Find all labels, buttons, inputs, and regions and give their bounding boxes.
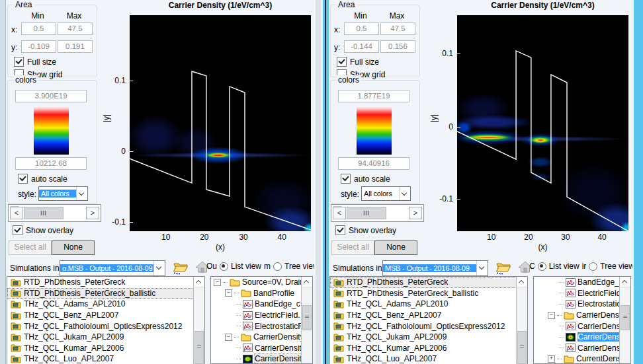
list-item[interactable]: THz_QCL_Luo_APL2007: [7, 353, 204, 364]
chevron-down-icon[interactable]: [153, 261, 165, 275]
tree-expander[interactable]: +: [548, 355, 555, 363]
tree-item[interactable]: −Source=0V, Drain=0.: [211, 277, 312, 288]
color-max-field[interactable]: 1.877E19: [338, 90, 409, 102]
y-min-field[interactable]: -0.144: [344, 40, 379, 53]
list-item[interactable]: THz_QCL_Benz_APL2007: [7, 310, 204, 321]
plot-hscrollbar[interactable]: < ||| >: [8, 204, 101, 222]
chevron-down-icon[interactable]: [476, 261, 488, 275]
auto-scale-checkbox[interactable]: [18, 174, 28, 184]
hscrollbar-thumb[interactable]: |||: [24, 207, 64, 219]
list-item[interactable]: THz_QCL_Adams_APL2010: [330, 299, 527, 310]
tree-expander[interactable]: −: [225, 289, 232, 297]
list-item[interactable]: RTD_PhDthesis_PeterGreck_ballistic: [330, 288, 527, 299]
hscrollbar-thumb[interactable]: |||: [347, 207, 386, 219]
tree-item[interactable]: BandEdge_: [534, 277, 630, 288]
tree-item[interactable]: −CarrierDensity: [211, 332, 312, 343]
output-tree[interactable]: BandEdge_ElectricFieldElectrostatic−Carr…: [533, 276, 631, 364]
list-item[interactable]: THz_QCL_Fathololoumi_OpticsExpress2012: [330, 320, 527, 332]
tree-item[interactable]: CarrierDens: [534, 320, 630, 332]
scroll-up-arrow[interactable]: [194, 277, 204, 287]
list-view-radio[interactable]: [220, 262, 228, 271]
list-item[interactable]: THz_QCL_Kumar_APL2006: [330, 343, 527, 354]
show-overlay-checkbox[interactable]: [335, 225, 345, 235]
tree-item[interactable]: CarrierDensity: [211, 343, 312, 354]
scroll-up-arrow[interactable]: [302, 277, 312, 287]
tree-expander[interactable]: −: [548, 312, 555, 319]
tree-item[interactable]: −CarrierDensity: [534, 310, 630, 321]
list-view-label[interactable]: List view: [549, 262, 579, 271]
full-size-checkbox[interactable]: [337, 57, 347, 67]
scroll-right-arrow[interactable]: >: [86, 207, 99, 219]
list-item[interactable]: THz_QCL_Fathololoumi_OpticsExpress2012: [7, 320, 204, 332]
full-size-checkbox[interactable]: [14, 57, 24, 67]
tree-item[interactable]: Electrostatic: [534, 299, 630, 310]
color-min-field[interactable]: 94.40916: [338, 157, 409, 170]
list-view-radio[interactable]: [538, 262, 546, 271]
list-item[interactable]: RTD_PhDthesis_PeterGreck: [7, 277, 204, 288]
list-item[interactable]: THz_QCL_Jukam_APL2009: [330, 332, 527, 343]
simulation-folder-list[interactable]: RTD_PhDthesis_PeterGreckRTD_PhDthesis_Pe…: [329, 276, 528, 364]
list-item[interactable]: THz_QCL_Luo_APL2007: [330, 353, 527, 364]
simulations-combobox[interactable]: o.MSB - Output - 2016-08-09: [60, 260, 165, 276]
y-max-field[interactable]: 0.156: [380, 40, 415, 53]
show-overlay-checkbox[interactable]: [13, 225, 22, 235]
list-scrollbar-thumb[interactable]: [194, 331, 204, 364]
list-item[interactable]: THz_QCL_Benz_APL2007: [330, 310, 527, 321]
carrier-density-plot[interactable]: [457, 15, 628, 231]
tree-item[interactable]: −BandProfile: [211, 288, 312, 299]
scroll-right-arrow[interactable]: >: [409, 207, 422, 219]
scroll-left-arrow[interactable]: <: [10, 207, 23, 219]
simulation-folder-list[interactable]: RTD_PhDthesis_PeterGreckRTD_PhDthesis_Pe…: [7, 276, 205, 364]
open-folder-icon[interactable]: [172, 260, 189, 275]
list-scrollbar-thumb[interactable]: [517, 331, 527, 364]
style-combobox[interactable]: All colors: [38, 186, 88, 201]
tree-item[interactable]: ElectricField.: [211, 310, 312, 321]
x-max-field[interactable]: 47.5: [380, 22, 415, 35]
tree-item[interactable]: CarrierDens: [534, 343, 630, 354]
tree-view-radio[interactable]: [273, 262, 282, 271]
simulations-combobox[interactable]: MSB - Output - 2016-08-09: [382, 260, 488, 276]
chevron-down-icon[interactable]: [399, 187, 410, 200]
list-item[interactable]: RTD_PhDthesis_PeterGreck: [330, 277, 527, 288]
tree-expander[interactable]: −: [225, 334, 232, 341]
open-folder-icon[interactable]: [495, 260, 512, 275]
list-item[interactable]: RTD_PhDthesis_PeterGreck_ballistic: [7, 288, 204, 299]
scroll-left-arrow[interactable]: <: [333, 207, 346, 219]
select-all-button[interactable]: Select all: [331, 240, 374, 255]
tree-item[interactable]: +CurrentDensity: [534, 353, 630, 364]
tree-view-radio[interactable]: [589, 262, 597, 271]
tree-scrollbar-thumb[interactable]: [302, 305, 312, 330]
color-max-field[interactable]: 3.900E19: [15, 90, 87, 102]
list-item[interactable]: THz_QCL_Adams_APL2010: [7, 299, 204, 310]
list-item[interactable]: THz_QCL_Kumar_APL2006: [7, 343, 204, 354]
auto-scale-checkbox[interactable]: [341, 174, 351, 184]
tree-vscrollbar[interactable]: [301, 277, 312, 363]
list-item[interactable]: THz_QCL_Jukam_APL2009: [7, 332, 204, 343]
color-min-field[interactable]: 10212.68: [15, 157, 87, 170]
style-combobox[interactable]: All colors: [361, 186, 411, 201]
tree-item[interactable]: CarrierDens: [534, 332, 630, 343]
tree-item[interactable]: BandEdge_c: [211, 299, 312, 310]
x-min-field[interactable]: 0.5: [21, 22, 56, 35]
none-button[interactable]: None: [374, 240, 417, 255]
y-max-field[interactable]: 0.191: [58, 40, 93, 53]
scroll-up-arrow[interactable]: [517, 277, 527, 287]
y-min-field[interactable]: -0.109: [21, 40, 56, 53]
tree-item[interactable]: CarrierDensity: [211, 353, 312, 364]
tree-view-label[interactable]: Tree view: [284, 262, 314, 271]
tree-expander[interactable]: −: [214, 279, 221, 286]
carrier-density-plot[interactable]: [130, 15, 311, 231]
x-max-field[interactable]: 47.5: [58, 22, 93, 35]
x-min-field[interactable]: 0.5: [344, 22, 379, 35]
tree-item[interactable]: ElectrostaticF: [211, 320, 312, 332]
none-button[interactable]: None: [52, 240, 95, 255]
tree-view-label[interactable]: Tree view: [600, 262, 632, 271]
list-vscrollbar[interactable]: [193, 277, 204, 364]
tree-item[interactable]: ElectricField: [534, 288, 630, 299]
list-view-label[interactable]: List view: [231, 262, 261, 271]
scroll-up-arrow[interactable]: [620, 277, 630, 287]
tree-vscrollbar[interactable]: [619, 277, 630, 363]
list-vscrollbar[interactable]: [516, 277, 527, 364]
chevron-down-icon[interactable]: [76, 187, 87, 200]
plot-hscrollbar[interactable]: < ||| >: [331, 204, 424, 222]
